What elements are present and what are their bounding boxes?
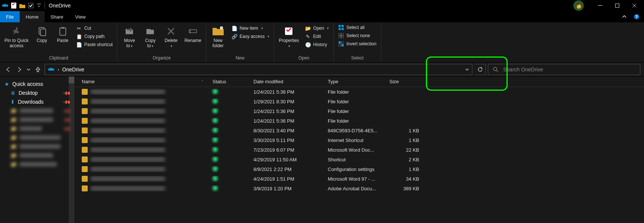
help-icon[interactable]: ? — [632, 12, 641, 21]
cell-status — [208, 156, 249, 163]
breadcrumb-separator-icon[interactable]: › — [58, 67, 59, 72]
select-none-button[interactable]: Select none — [336, 32, 379, 39]
svg-rect-24 — [342, 41, 344, 43]
sidebar-item-redacted[interactable]: 📁📌 — [0, 106, 74, 115]
new-folder-button[interactable]: New folder — [208, 24, 228, 50]
refresh-button[interactable] — [475, 64, 486, 75]
paste-button[interactable]: Paste — [53, 24, 72, 45]
delete-button[interactable]: Delete▾ — [161, 24, 181, 50]
file-icon — [82, 89, 88, 95]
recent-dropdown-icon[interactable] — [26, 65, 31, 74]
delete-icon — [165, 25, 177, 37]
cell-date: 8/30/2021 3:40 PM — [249, 128, 323, 133]
user-avatar[interactable]: 🧑 — [573, 0, 584, 11]
ribbon-collapse-icon[interactable] — [622, 14, 627, 19]
cell-name — [74, 185, 208, 191]
minimize-button[interactable] — [592, 0, 608, 11]
rename-button[interactable]: Rename — [182, 24, 203, 45]
column-type[interactable]: Type — [323, 77, 385, 87]
forward-button[interactable] — [15, 65, 24, 74]
svg-rect-8 — [41, 29, 46, 36]
close-button[interactable] — [626, 0, 643, 11]
move-to-button[interactable]: Move to▾ — [120, 24, 139, 50]
file-row[interactable]: 1/24/2021 5:36 PMFile folder — [74, 116, 644, 126]
svg-rect-20 — [342, 33, 344, 35]
file-row[interactable]: 7/23/2019 6:07 PMMicrosoft Word Doc...22… — [74, 145, 644, 155]
edit-button[interactable]: ✎Edit — [303, 33, 331, 40]
column-date[interactable]: Date modified — [249, 77, 323, 87]
new-item-button[interactable]: 📄New item▾ — [229, 25, 272, 32]
pin-quick-access-button[interactable]: Pin to Quick access — [2, 24, 31, 50]
properties-button[interactable]: Properties▾ — [276, 24, 301, 50]
copy-path-button[interactable]: 📋Copy path — [74, 33, 115, 40]
address-dropdown-icon[interactable] — [465, 68, 469, 71]
file-row[interactable]: 4/29/2019 11:50 AMShortcut2 KB — [74, 155, 644, 164]
file-name-redacted — [91, 148, 165, 152]
sidebar-item-redacted[interactable]: 📁 — [0, 133, 74, 142]
cell-date: 4/29/2019 11:50 AM — [249, 157, 323, 162]
back-button[interactable] — [4, 65, 13, 74]
file-icon — [82, 118, 88, 124]
cut-button[interactable]: ✂Cut — [74, 25, 115, 32]
cell-name — [74, 108, 208, 114]
up-button[interactable] — [33, 65, 42, 74]
sidebar-desktop[interactable]: 🖥Desktop📌 — [0, 88, 74, 97]
cell-status — [208, 98, 249, 105]
group-new: New folder 📄New item▾ 🔗Easy access▾ New — [206, 22, 274, 62]
sidebar-item-redacted[interactable]: 📁📌 — [0, 124, 74, 133]
tab-view[interactable]: View — [69, 11, 91, 22]
pin-label: Pin to Quick access — [4, 38, 29, 48]
sidebar-item-redacted[interactable]: 📁 — [0, 160, 74, 169]
easy-access-button[interactable]: 🔗Easy access▾ — [229, 33, 272, 40]
search-box[interactable] — [488, 64, 640, 75]
search-input[interactable] — [503, 67, 635, 72]
cell-size: 34 KB — [385, 176, 424, 182]
sidebar-quick-access[interactable]: ★Quick access — [0, 80, 74, 88]
qat-dropdown-icon[interactable] — [37, 3, 41, 8]
column-status[interactable]: Status — [208, 77, 249, 87]
sidebar-item-redacted[interactable]: 📁📌 — [0, 115, 74, 124]
tab-share[interactable]: Share — [45, 11, 69, 22]
onedrive-icon[interactable] — [1, 2, 9, 9]
maximize-button[interactable] — [609, 0, 625, 11]
column-name[interactable]: Name˄ — [74, 77, 208, 87]
sidebar-downloads[interactable]: ⬇Downloads📌 — [0, 97, 74, 106]
cell-name — [74, 137, 208, 143]
file-row[interactable]: 3/9/2019 1:20 PMAdobe Acrobat Docu...389… — [74, 184, 644, 193]
file-name-redacted — [91, 90, 165, 94]
newfolder-icon[interactable] — [19, 2, 26, 9]
file-row[interactable]: 1/24/2021 5:36 PMFile folder — [74, 106, 644, 116]
sidebar-item-redacted[interactable]: 📁 — [0, 151, 74, 160]
ribbon: Pin to Quick access Copy Paste ✂Cut 📋Cop… — [0, 22, 644, 62]
column-size[interactable]: Size — [385, 77, 424, 87]
paste-shortcut-button[interactable]: 📄Paste shortcut — [74, 41, 115, 48]
group-select-label: Select — [336, 55, 379, 61]
open-button[interactable]: 📂Open▾ — [303, 25, 331, 32]
file-row[interactable]: 1/29/2021 8:30 PMFile folder — [74, 97, 644, 106]
select-all-button[interactable]: Select all — [336, 24, 379, 31]
file-row[interactable]: 4/24/2019 1:51 PMMicrosoft Word 97 - ...… — [74, 174, 644, 184]
properties-icon[interactable] — [10, 2, 17, 9]
history-button[interactable]: 🕑History — [303, 41, 331, 48]
cell-size: 389 KB — [385, 186, 424, 191]
status-icon — [213, 185, 218, 191]
file-icon — [82, 108, 88, 114]
copy-to-button[interactable]: Copy to▾ — [140, 24, 160, 50]
breadcrumb-location[interactable]: OneDrive — [62, 67, 84, 72]
invert-selection-button[interactable]: Invert selection — [336, 40, 379, 48]
cell-type: Configuration settings — [323, 167, 385, 172]
file-row[interactable]: 8/9/2021 2:22 PMConfiguration settings1 … — [74, 164, 644, 174]
group-new-label: New — [208, 55, 272, 61]
address-bar[interactable]: › OneDrive — [45, 64, 472, 75]
tab-home[interactable]: Home — [20, 11, 45, 22]
star-icon: ★ — [4, 81, 9, 87]
file-row[interactable]: 1/24/2021 5:36 PMFile folder — [74, 87, 644, 97]
checkbox-icon[interactable] — [27, 2, 35, 9]
tab-file[interactable]: File — [0, 11, 20, 22]
file-row[interactable]: 8/30/2021 3:40 PM849C9593-D756-4E5...1 K… — [74, 126, 644, 135]
sidebar-item-redacted[interactable]: 📁 — [0, 142, 74, 151]
file-row[interactable]: 3/30/2019 5:11 PMInternet Shortcut1 KB — [74, 135, 644, 145]
cell-status — [208, 185, 249, 192]
copy-button[interactable]: Copy — [32, 24, 52, 45]
cell-date: 1/24/2021 5:36 PM — [249, 118, 323, 124]
